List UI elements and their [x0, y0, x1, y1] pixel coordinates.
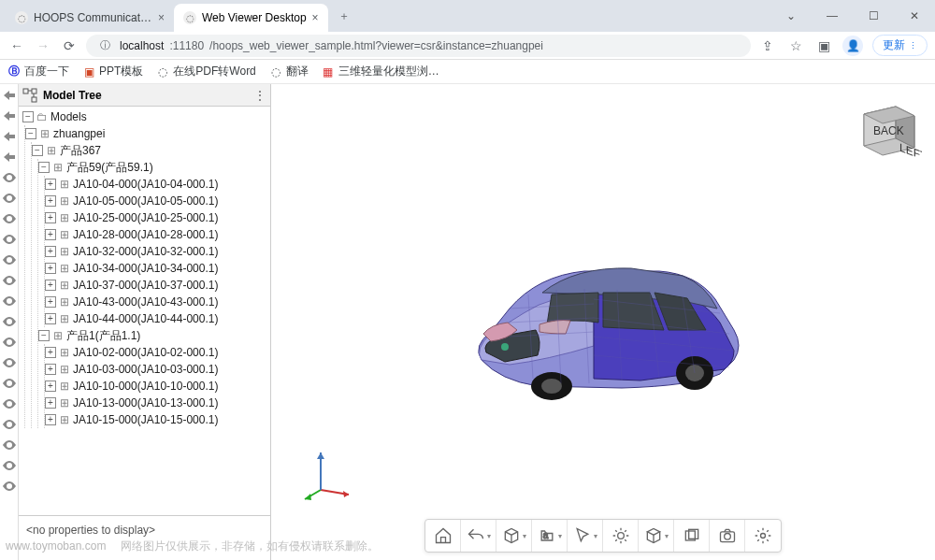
tree-leaf[interactable]: +⊞JA10-28-000(JA10-28-000.1)	[45, 226, 270, 243]
expand-icon[interactable]: +	[45, 347, 56, 358]
tab-web-viewer[interactable]: ◌ Web Viewer Desktop ×	[174, 4, 328, 32]
settings-button[interactable]	[745, 520, 781, 552]
eye-icon[interactable]	[2, 211, 17, 226]
update-button[interactable]: 更新⋮	[872, 35, 928, 56]
url-input[interactable]: ⓘ localhost:11180/hoops_web_viewer_sampl…	[86, 35, 751, 57]
eye-icon[interactable]	[2, 355, 17, 370]
bookmark-translate[interactable]: ◌翻译	[269, 64, 309, 79]
forward-button[interactable]: →	[34, 36, 52, 55]
close-icon[interactable]: ×	[312, 11, 319, 24]
eye-icon[interactable]	[2, 417, 17, 432]
star-icon[interactable]: ☆	[786, 36, 805, 55]
expand-icon[interactable]: +	[45, 179, 56, 190]
tree-leaf[interactable]: +⊞JA10-37-000(JA10-37-000.1)	[45, 277, 270, 294]
car-model[interactable]	[453, 220, 753, 425]
3d-viewport[interactable]: BACK LEFT ▾ ▾ a▾ ▾ ▾	[271, 84, 935, 560]
expand-icon[interactable]: +	[45, 263, 56, 274]
collapse-icon[interactable]: −	[22, 111, 34, 122]
profile-avatar[interactable]: 👤	[842, 36, 863, 56]
tree-leaf[interactable]: +⊞JA10-10-000(JA10-10-000.1)	[45, 378, 270, 395]
minimize-button[interactable]: —	[812, 0, 853, 32]
eye-icon[interactable]	[2, 314, 17, 329]
select-button[interactable]: ▾	[568, 520, 603, 552]
reload-button[interactable]: ⟳	[60, 36, 79, 55]
tree-leaf[interactable]: +⊞JA10-25-000(JA10-25-000.1)	[45, 209, 270, 226]
expand-icon[interactable]: +	[45, 381, 56, 392]
section-button[interactable]	[674, 520, 710, 552]
bookmark-baidu[interactable]: Ⓑ百度一下	[7, 64, 69, 79]
collapse-icon[interactable]: −	[25, 128, 36, 139]
close-window-button[interactable]: ✕	[894, 0, 935, 32]
chevron-down-icon[interactable]: ⌄	[770, 0, 812, 32]
eye-icon[interactable]	[2, 438, 17, 452]
bookmark-ppt[interactable]: ▣PPT模板	[82, 64, 143, 79]
explode-button[interactable]	[603, 520, 639, 552]
bookmark-pdf[interactable]: ◌在线PDF转Word	[156, 64, 255, 79]
address-bar: ← → ⟳ ⓘ localhost:11180/hoops_web_viewer…	[0, 32, 935, 60]
expand-icon[interactable]: +	[45, 246, 56, 257]
tree-node-product367[interactable]: − ⊞ 产品367	[32, 142, 270, 159]
tree-leaf[interactable]: +⊞JA10-03-000(JA10-03-000.1)	[45, 361, 270, 378]
maximize-button[interactable]: ☐	[853, 0, 894, 32]
arrow-icon[interactable]	[2, 129, 17, 144]
annotation-button[interactable]: a▾	[532, 520, 568, 552]
eye-icon[interactable]	[2, 396, 17, 411]
tree-leaf[interactable]: +⊞JA10-02-000(JA10-02-000.1)	[45, 344, 270, 361]
expand-icon[interactable]: +	[45, 397, 56, 409]
part-icon: ⊞	[58, 312, 71, 325]
new-tab-button[interactable]: ＋	[332, 4, 356, 28]
arrow-icon[interactable]	[2, 150, 17, 165]
eye-icon[interactable]	[2, 170, 17, 185]
tree-leaf[interactable]: +⊞JA10-32-000(JA10-32-000.1)	[45, 243, 270, 260]
bookmark-3d[interactable]: ▦三维轻量化模型浏…	[322, 64, 439, 79]
nav-cube[interactable]: BACK LEFT	[855, 97, 922, 165]
tree-leaf[interactable]: +⊞JA10-44-000(JA10-44-000.1)	[45, 310, 270, 327]
share-icon[interactable]: ⇪	[758, 36, 777, 55]
tree-node-product1[interactable]: − ⊞ 产品1(产品1.1)	[38, 327, 270, 344]
model-tree[interactable]: − 🗀 Models − ⊞ zhuangpei	[19, 107, 270, 515]
tree-node-zhuangpei[interactable]: − ⊞ zhuangpei	[25, 125, 270, 142]
tree-leaf-label: JA10-13-000(JA10-13-000.1)	[73, 396, 218, 409]
eye-icon[interactable]	[2, 191, 17, 206]
collapse-icon[interactable]: −	[38, 162, 50, 173]
arrow-icon[interactable]	[2, 88, 17, 103]
collapse-icon[interactable]: −	[32, 145, 43, 156]
expand-icon[interactable]: +	[45, 280, 56, 291]
eye-icon[interactable]	[2, 294, 17, 309]
tree-leaf[interactable]: +⊞JA10-15-000(JA10-15-000.1)	[45, 411, 270, 428]
eye-icon[interactable]	[2, 273, 17, 288]
eye-icon[interactable]	[2, 479, 17, 494]
back-button[interactable]: ←	[7, 36, 26, 55]
tab-hoops[interactable]: ◌ HOOPS Communicator | Tech ×	[6, 4, 174, 32]
eye-icon[interactable]	[2, 458, 17, 473]
expand-icon[interactable]: +	[45, 195, 56, 207]
eye-icon[interactable]	[2, 252, 17, 267]
tree-leaf[interactable]: +⊞JA10-04-000(JA10-04-000.1)	[45, 176, 270, 193]
view-button[interactable]: ▾	[496, 520, 532, 552]
expand-icon[interactable]: +	[45, 229, 56, 240]
panel-menu-icon[interactable]: ⋮	[253, 88, 266, 103]
arrow-icon[interactable]	[2, 108, 17, 123]
undo-button[interactable]: ▾	[461, 520, 496, 552]
close-icon[interactable]: ×	[158, 11, 165, 24]
tree-leaf[interactable]: +⊞JA10-13-000(JA10-13-000.1)	[45, 395, 270, 411]
expand-icon[interactable]: +	[45, 364, 56, 375]
tree-leaf[interactable]: +⊞JA10-34-000(JA10-34-000.1)	[45, 260, 270, 277]
expand-icon[interactable]: +	[45, 414, 56, 425]
expand-icon[interactable]: +	[45, 313, 56, 324]
tree-leaf[interactable]: +⊞JA10-05-000(JA10-05-000.1)	[45, 193, 270, 209]
eye-icon[interactable]	[2, 232, 17, 247]
expand-icon[interactable]: +	[45, 212, 56, 223]
tree-node-product59[interactable]: − ⊞ 产品59(产品59.1)	[38, 159, 270, 176]
snapshot-button[interactable]	[710, 520, 745, 552]
wireframe-button[interactable]: ▾	[639, 520, 674, 552]
svg-point-9	[501, 343, 509, 351]
eye-icon[interactable]	[2, 376, 17, 391]
tree-node-models[interactable]: − 🗀 Models	[19, 108, 270, 125]
tree-leaf[interactable]: +⊞JA10-43-000(JA10-43-000.1)	[45, 294, 270, 310]
extensions-icon[interactable]: ▣	[814, 36, 833, 55]
home-button[interactable]	[425, 520, 461, 552]
expand-icon[interactable]: +	[45, 296, 56, 308]
collapse-icon[interactable]: −	[38, 330, 50, 341]
eye-icon[interactable]	[2, 335, 17, 350]
